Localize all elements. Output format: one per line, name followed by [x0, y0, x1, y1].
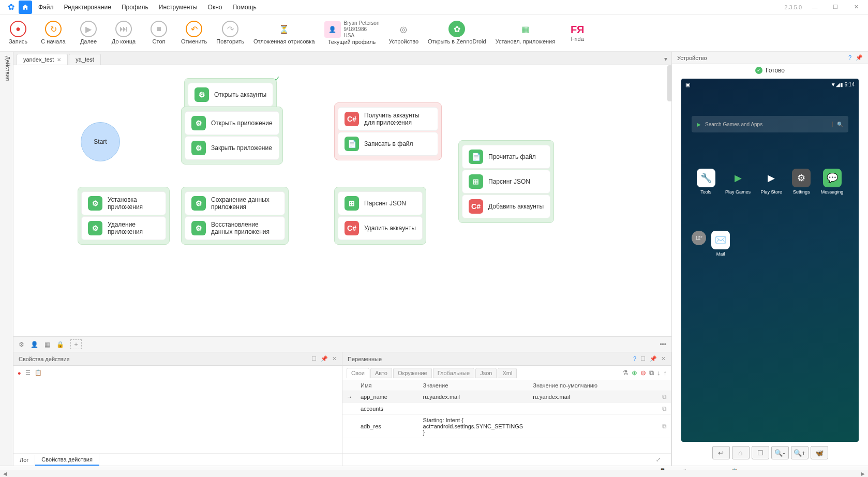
col-name[interactable]: Имя — [356, 380, 419, 391]
down-icon[interactable]: ↓ — [657, 369, 661, 377]
scrollbar-thumb[interactable] — [667, 65, 671, 101]
start-node[interactable]: Start — [81, 122, 120, 161]
menu-bar: ✿ Файл Редактирование Профиль Инструмент… — [0, 0, 868, 14]
repeat-button[interactable]: ↷Повторить — [216, 21, 244, 44]
stop-button[interactable]: ■Стоп — [146, 21, 172, 44]
grid-icon[interactable]: ▦ — [44, 341, 50, 348]
expand-icon[interactable]: ⤢ — [650, 454, 667, 465]
block-group-install[interactable]: ⚙Установка приложения ⚙Удаление приложен… — [78, 187, 170, 245]
next-button[interactable]: ▶Далее — [76, 21, 101, 44]
record-button[interactable]: ●Запись — [5, 21, 31, 44]
copy-icon[interactable]: ⧉ — [649, 369, 654, 377]
back-button[interactable]: ↩ — [712, 446, 730, 459]
restart-button[interactable]: ↻С начала — [40, 21, 66, 44]
maximize-icon[interactable]: ☐ — [640, 355, 646, 362]
maximize-button[interactable]: ☐ — [828, 2, 843, 13]
app-play-store[interactable]: ▶Play Store — [760, 169, 782, 195]
sidebar-actions-tab[interactable]: Действия — [0, 52, 13, 466]
block-group-save[interactable]: ⚙Сохранение данных приложения ⚙Восстанов… — [181, 187, 289, 245]
home-button[interactable]: ⌂ — [732, 446, 750, 459]
frida-button[interactable]: FЯFrida — [564, 24, 590, 42]
list-icon[interactable]: ☰ — [25, 369, 31, 376]
badge-icon: 12° — [692, 231, 706, 245]
search-input[interactable]: ▶ Search Games and Apps 🔍 — [692, 116, 848, 132]
record-icon[interactable]: ● — [18, 370, 21, 376]
block-group-read[interactable]: 📄Прочитать файл ⊞Парсинг JSON C#Добавить… — [458, 140, 554, 223]
app-play-games[interactable]: ▶Play Games — [725, 169, 751, 195]
home-button[interactable] — [19, 1, 32, 14]
maximize-icon[interactable]: ☐ — [311, 355, 317, 362]
delayed-button[interactable]: ⏳Отложенная отрисовка — [253, 21, 315, 44]
open-zenno-button[interactable]: ✿Открыть в ZennoDroid — [428, 21, 486, 44]
zoom-in-button[interactable]: 🔍+ — [791, 446, 809, 459]
block-group-app[interactable]: ⚙Открыть приложение ⚙Закрыть приложение — [181, 107, 283, 165]
app-settings[interactable]: ⚙Settings — [792, 169, 811, 195]
vars-tab-auto[interactable]: Авто — [370, 368, 392, 378]
menu-profile[interactable]: Профиль — [116, 2, 154, 13]
tab-yandex-test[interactable]: yandex_test✕ — [17, 54, 68, 65]
recent-button[interactable]: ☐ — [752, 446, 769, 459]
pin-icon[interactable]: 📌 — [321, 355, 328, 362]
copy-icon[interactable]: ⧉ — [658, 403, 671, 415]
block-group-parse[interactable]: ⊞Парсинг JSON C#Удалить аккаунты — [334, 187, 426, 245]
col-value[interactable]: Значение — [419, 380, 529, 391]
close-icon[interactable]: ✕ — [661, 355, 666, 362]
tab-ya-test[interactable]: ya_test — [69, 54, 100, 65]
block-label: Закрыть приложение — [211, 144, 272, 152]
remove-icon[interactable]: ⊖ — [640, 369, 646, 377]
tabs-dropdown[interactable]: ▾ — [660, 53, 671, 65]
flow-canvas[interactable]: Start ✓ ⚙Открыть аккаунты ⚙Открыть прило… — [13, 65, 671, 336]
user-icon[interactable]: 👤 — [31, 341, 38, 348]
pin-icon[interactable]: 📌 — [650, 355, 657, 362]
more-icon[interactable]: ••• — [660, 341, 666, 348]
vars-tab-xml[interactable]: Xml — [498, 368, 517, 378]
app-tools[interactable]: 🔧Tools — [697, 169, 715, 195]
tab-props[interactable]: Свойства действия — [35, 454, 99, 466]
tab-close-icon[interactable]: ✕ — [57, 57, 61, 63]
profile-button[interactable]: 👤 Bryan Peterson 9/18/1986 USA Текущий п… — [324, 20, 380, 45]
lock-icon[interactable]: 🔒 — [56, 341, 64, 348]
filter-icon[interactable]: ⚗ — [622, 369, 628, 377]
up-icon[interactable]: ↑ — [664, 369, 667, 377]
vars-tab-json[interactable]: Json — [475, 368, 497, 378]
minimize-button[interactable]: — — [807, 2, 822, 13]
copy-icon[interactable]: ⧉ — [658, 391, 671, 403]
gear-icon: ⚙ — [194, 87, 209, 102]
table-row[interactable]: →app_nameru.yandex.mailru.yandex.mail⧉ — [342, 391, 671, 403]
add-icon[interactable]: ⊕ — [632, 369, 637, 377]
help-icon[interactable]: ? — [633, 355, 636, 362]
help-icon[interactable]: ? — [848, 54, 851, 61]
panel-title: Переменные — [348, 356, 382, 362]
vars-panel: Переменные ? ☐ 📌 ✕ Свои Авто Окружение Г… — [342, 352, 671, 466]
search-icon[interactable]: 🔍 — [832, 122, 843, 127]
vars-tab-global[interactable]: Глобальные — [433, 368, 474, 378]
table-row[interactable]: adb_resStarting: Intent { act=android.se… — [342, 415, 671, 438]
cancel-button[interactable]: ↶Отменить — [181, 21, 207, 44]
pin-icon[interactable]: 📌 — [856, 54, 863, 61]
zoom-out-button[interactable]: 🔍- — [771, 446, 789, 459]
menu-help[interactable]: Помощь — [227, 2, 261, 13]
menu-window[interactable]: Окно — [203, 2, 228, 13]
add-icon[interactable]: ＋ — [70, 339, 82, 349]
table-row[interactable]: accounts⧉ — [342, 403, 671, 415]
close-icon[interactable]: ✕ — [332, 355, 337, 362]
menu-edit[interactable]: Редактирование — [59, 2, 116, 13]
menu-tools[interactable]: Инструменты — [154, 2, 203, 13]
menu-file[interactable]: Файл — [33, 2, 59, 13]
list2-icon[interactable]: 📋 — [35, 369, 42, 376]
vars-tab-own[interactable]: Свои — [347, 368, 369, 378]
app-mail[interactable]: ✉️Mail — [711, 231, 730, 257]
device-button[interactable]: ◎Устройство — [388, 21, 418, 44]
copy-icon[interactable]: ⧉ — [658, 415, 671, 438]
close-button[interactable]: ✕ — [848, 2, 864, 13]
to-end-button[interactable]: ⏭До конца — [111, 21, 137, 44]
app-messaging[interactable]: 💬Messaging — [821, 169, 844, 195]
palette-button[interactable]: 🦋 — [811, 446, 828, 459]
vars-tab-env[interactable]: Окружение — [393, 368, 432, 378]
android-screen[interactable]: ▣ ▼◢▮ 6:14 ▶ Search Games and Apps 🔍 🔧To… — [681, 79, 859, 442]
gear-icon[interactable]: ⚙ — [19, 341, 24, 348]
col-default[interactable]: Значение по-умолчанию — [529, 380, 658, 391]
block-group-get-accounts[interactable]: C#Получить аккаунты для приложения 📄Запи… — [334, 102, 442, 160]
installed-apps-button[interactable]: ▦Установл. приложения — [496, 21, 556, 44]
tab-log[interactable]: Лог — [13, 455, 35, 465]
